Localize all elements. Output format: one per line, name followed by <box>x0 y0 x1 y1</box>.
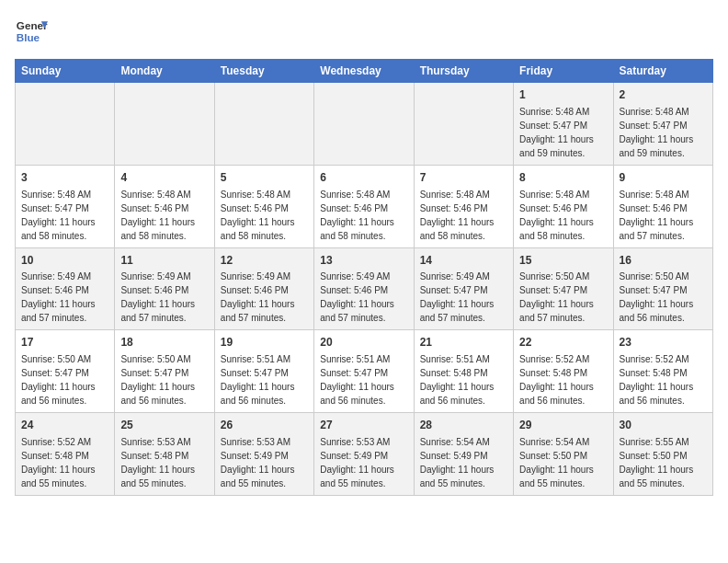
calendar-day-cell: 11Sunrise: 5:49 AM Sunset: 5:46 PM Dayli… <box>115 247 214 330</box>
day-number: 15 <box>519 253 607 269</box>
calendar-day-cell <box>314 83 414 166</box>
calendar-day-cell: 9Sunrise: 5:48 AM Sunset: 5:46 PM Daylig… <box>613 165 712 247</box>
day-number: 20 <box>320 335 407 350</box>
calendar-day-cell: 20Sunrise: 5:51 AM Sunset: 5:47 PM Dayli… <box>314 330 414 413</box>
day-info: Sunrise: 5:50 AM Sunset: 5:47 PM Dayligh… <box>120 354 195 406</box>
day-info: Sunrise: 5:49 AM Sunset: 5:46 PM Dayligh… <box>221 271 295 323</box>
calendar-day-cell <box>214 83 313 166</box>
day-number: 26 <box>221 418 308 433</box>
day-info: Sunrise: 5:54 AM Sunset: 5:50 PM Dayligh… <box>519 437 594 488</box>
day-number: 13 <box>320 253 407 269</box>
day-info: Sunrise: 5:51 AM Sunset: 5:47 PM Dayligh… <box>221 354 295 406</box>
day-number: 18 <box>120 335 208 350</box>
calendar-day-cell: 13Sunrise: 5:49 AM Sunset: 5:46 PM Dayli… <box>314 247 414 330</box>
day-number: 16 <box>620 253 707 269</box>
page-header: General Blue <box>15 15 713 48</box>
calendar-day-cell: 12Sunrise: 5:49 AM Sunset: 5:46 PM Dayli… <box>214 247 313 330</box>
day-number: 30 <box>620 418 707 433</box>
day-number: 29 <box>519 418 607 433</box>
calendar-day-cell: 16Sunrise: 5:50 AM Sunset: 5:47 PM Dayli… <box>613 247 712 330</box>
day-number: 21 <box>420 335 507 350</box>
day-info: Sunrise: 5:48 AM Sunset: 5:46 PM Dayligh… <box>221 190 295 241</box>
day-info: Sunrise: 5:48 AM Sunset: 5:46 PM Dayligh… <box>620 190 694 241</box>
day-number: 27 <box>320 418 407 433</box>
calendar-day-cell: 2Sunrise: 5:48 AM Sunset: 5:47 PM Daylig… <box>613 83 712 166</box>
day-info: Sunrise: 5:48 AM Sunset: 5:46 PM Dayligh… <box>120 190 195 241</box>
calendar-day-cell: 28Sunrise: 5:54 AM Sunset: 5:49 PM Dayli… <box>414 413 513 496</box>
day-number: 12 <box>221 253 308 269</box>
calendar-day-cell: 3Sunrise: 5:48 AM Sunset: 5:47 PM Daylig… <box>16 165 115 247</box>
calendar-day-cell: 6Sunrise: 5:48 AM Sunset: 5:46 PM Daylig… <box>314 165 414 247</box>
day-info: Sunrise: 5:51 AM Sunset: 5:48 PM Dayligh… <box>420 354 495 406</box>
calendar-day-cell: 15Sunrise: 5:50 AM Sunset: 5:47 PM Dayli… <box>514 247 613 330</box>
day-info: Sunrise: 5:49 AM Sunset: 5:46 PM Dayligh… <box>320 271 394 323</box>
day-number: 7 <box>420 170 507 186</box>
day-info: Sunrise: 5:53 AM Sunset: 5:49 PM Dayligh… <box>221 437 295 488</box>
calendar-day-cell <box>115 83 214 166</box>
calendar-week-row: 3Sunrise: 5:48 AM Sunset: 5:47 PM Daylig… <box>16 165 713 247</box>
day-number: 6 <box>320 170 407 186</box>
day-info: Sunrise: 5:49 AM Sunset: 5:46 PM Dayligh… <box>21 271 96 323</box>
calendar-day-cell: 19Sunrise: 5:51 AM Sunset: 5:47 PM Dayli… <box>214 330 313 413</box>
day-info: Sunrise: 5:48 AM Sunset: 5:46 PM Dayligh… <box>519 190 594 241</box>
calendar-day-cell: 14Sunrise: 5:49 AM Sunset: 5:47 PM Dayli… <box>414 247 513 330</box>
logo: General Blue <box>15 15 48 48</box>
day-info: Sunrise: 5:53 AM Sunset: 5:49 PM Dayligh… <box>320 437 394 488</box>
day-info: Sunrise: 5:52 AM Sunset: 5:48 PM Dayligh… <box>21 437 96 488</box>
calendar-day-cell: 22Sunrise: 5:52 AM Sunset: 5:48 PM Dayli… <box>514 330 613 413</box>
day-info: Sunrise: 5:54 AM Sunset: 5:49 PM Dayligh… <box>420 437 495 488</box>
calendar-day-cell: 30Sunrise: 5:55 AM Sunset: 5:50 PM Dayli… <box>613 413 712 496</box>
day-info: Sunrise: 5:49 AM Sunset: 5:47 PM Dayligh… <box>420 271 495 323</box>
day-info: Sunrise: 5:48 AM Sunset: 5:47 PM Dayligh… <box>21 190 96 241</box>
calendar-week-row: 17Sunrise: 5:50 AM Sunset: 5:47 PM Dayli… <box>16 330 713 413</box>
day-info: Sunrise: 5:50 AM Sunset: 5:47 PM Dayligh… <box>21 354 96 406</box>
day-number: 2 <box>620 87 707 103</box>
day-info: Sunrise: 5:51 AM Sunset: 5:47 PM Dayligh… <box>320 354 394 406</box>
calendar-day-cell: 21Sunrise: 5:51 AM Sunset: 5:48 PM Dayli… <box>414 330 513 413</box>
day-of-week-header: Saturday <box>613 60 712 83</box>
day-info: Sunrise: 5:55 AM Sunset: 5:50 PM Dayligh… <box>620 437 694 488</box>
day-number: 22 <box>519 335 607 350</box>
calendar-day-cell: 29Sunrise: 5:54 AM Sunset: 5:50 PM Dayli… <box>514 413 613 496</box>
day-of-week-header: Wednesday <box>314 60 414 83</box>
day-info: Sunrise: 5:53 AM Sunset: 5:48 PM Dayligh… <box>120 437 195 488</box>
day-number: 28 <box>420 418 507 433</box>
day-number: 25 <box>120 418 208 433</box>
calendar-day-cell: 7Sunrise: 5:48 AM Sunset: 5:46 PM Daylig… <box>414 165 513 247</box>
day-number: 8 <box>519 170 607 186</box>
day-of-week-header: Thursday <box>414 60 513 83</box>
calendar-table: SundayMondayTuesdayWednesdayThursdayFrid… <box>15 59 713 496</box>
day-number: 9 <box>620 170 707 186</box>
day-number: 14 <box>420 253 507 269</box>
day-of-week-header: Sunday <box>16 60 115 83</box>
calendar-day-cell: 27Sunrise: 5:53 AM Sunset: 5:49 PM Dayli… <box>314 413 414 496</box>
day-info: Sunrise: 5:48 AM Sunset: 5:47 PM Dayligh… <box>519 107 594 158</box>
day-info: Sunrise: 5:48 AM Sunset: 5:46 PM Dayligh… <box>420 190 495 241</box>
day-info: Sunrise: 5:50 AM Sunset: 5:47 PM Dayligh… <box>519 271 594 323</box>
day-number: 1 <box>519 87 607 103</box>
calendar-day-cell: 17Sunrise: 5:50 AM Sunset: 5:47 PM Dayli… <box>16 330 115 413</box>
day-number: 23 <box>620 335 707 350</box>
calendar-week-row: 10Sunrise: 5:49 AM Sunset: 5:46 PM Dayli… <box>16 247 713 330</box>
day-of-week-header: Tuesday <box>214 60 313 83</box>
calendar-day-cell: 10Sunrise: 5:49 AM Sunset: 5:46 PM Dayli… <box>16 247 115 330</box>
calendar-day-cell: 18Sunrise: 5:50 AM Sunset: 5:47 PM Dayli… <box>115 330 214 413</box>
day-info: Sunrise: 5:48 AM Sunset: 5:46 PM Dayligh… <box>320 190 394 241</box>
day-info: Sunrise: 5:52 AM Sunset: 5:48 PM Dayligh… <box>620 354 694 406</box>
calendar-day-cell: 4Sunrise: 5:48 AM Sunset: 5:46 PM Daylig… <box>115 165 214 247</box>
calendar-day-cell: 5Sunrise: 5:48 AM Sunset: 5:46 PM Daylig… <box>214 165 313 247</box>
day-info: Sunrise: 5:49 AM Sunset: 5:46 PM Dayligh… <box>120 271 195 323</box>
day-number: 24 <box>21 418 108 433</box>
day-number: 5 <box>221 170 308 186</box>
day-info: Sunrise: 5:50 AM Sunset: 5:47 PM Dayligh… <box>620 271 694 323</box>
calendar-day-cell <box>16 83 115 166</box>
calendar-day-cell: 24Sunrise: 5:52 AM Sunset: 5:48 PM Dayli… <box>16 413 115 496</box>
calendar-day-cell: 25Sunrise: 5:53 AM Sunset: 5:48 PM Dayli… <box>115 413 214 496</box>
calendar-week-row: 24Sunrise: 5:52 AM Sunset: 5:48 PM Dayli… <box>16 413 713 496</box>
day-info: Sunrise: 5:48 AM Sunset: 5:47 PM Dayligh… <box>620 107 694 158</box>
calendar-day-cell: 1Sunrise: 5:48 AM Sunset: 5:47 PM Daylig… <box>514 83 613 166</box>
day-number: 3 <box>21 170 108 186</box>
day-number: 17 <box>21 335 108 350</box>
day-number: 11 <box>120 253 208 269</box>
calendar-day-cell: 26Sunrise: 5:53 AM Sunset: 5:49 PM Dayli… <box>214 413 313 496</box>
